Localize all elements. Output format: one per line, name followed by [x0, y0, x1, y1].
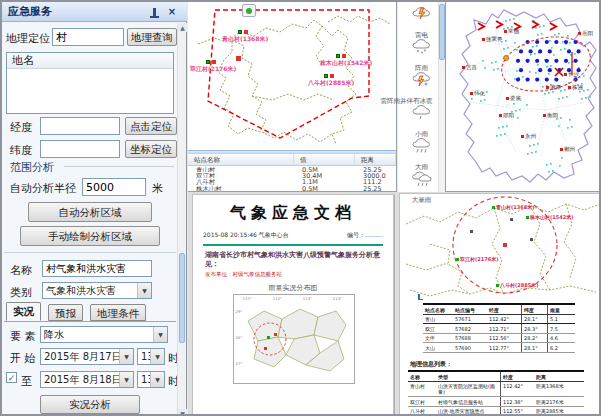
chevron-down-icon[interactable]: ▼	[153, 327, 167, 342]
city-label: 郴州	[560, 146, 575, 153]
geolocate-label: 地理定位	[6, 31, 50, 46]
doc-paragraph: 湖南省长沙市村气象和洪水灾害八级预警气象服务分析意见：	[205, 251, 383, 269]
factor-label: 要 素	[10, 329, 36, 344]
table-row: 文坪57688112.56°28.2°4.6	[423, 334, 575, 344]
city-label: 邵阳	[499, 112, 514, 119]
station-layer: 青山村(1368米)双江村(2176米)八斗村(2885米)株木山村(1542米…	[188, 2, 397, 150]
station-table[interactable]: 站点名称值距离青山村0.5M25.25双江村30.4M3000.0八斗村1.1M…	[188, 154, 396, 192]
station-icon	[526, 216, 529, 219]
end-hour-select[interactable]: 13 ▼	[137, 371, 165, 388]
city-dot-icon	[578, 32, 581, 35]
start-hour-select[interactable]: 13 ▼	[137, 348, 165, 365]
table-row: 大山57690112.77°28.1°6.2	[423, 343, 575, 353]
light-rain-icon	[410, 103, 433, 121]
document-title: 气象应急文档	[193, 203, 393, 224]
close-icon[interactable]: ×	[166, 6, 178, 18]
name-label: 名称	[10, 263, 32, 278]
chevron-down-icon[interactable]: ▼	[119, 349, 133, 364]
manual-region-button[interactable]: 手动绘制分析区域	[20, 226, 160, 246]
scrollbar-thumb[interactable]	[439, 4, 445, 60]
station-label: 八斗村(2885米)	[496, 282, 539, 288]
tab-forecast[interactable]: 预报	[48, 304, 83, 321]
chevron-down-icon[interactable]: ▼	[137, 283, 151, 298]
table-header: 站点名称站点编号经度纬度雨量	[423, 305, 575, 315]
factor-select[interactable]: 降水 ▼	[40, 326, 168, 343]
place-list-header: 地名	[7, 53, 173, 69]
chevron-down-icon[interactable]: ▼	[150, 372, 164, 387]
panel-scrollbar[interactable]: ▲ ▼	[177, 23, 186, 416]
weather-symbol-list[interactable]: 雷电阵雨雷阵雨并伴有冰雹小雨大雨大暴雨	[398, 2, 446, 192]
end-label: 至	[21, 374, 32, 389]
station-icon	[238, 30, 242, 34]
start-date-select[interactable]: 2015年 8月17日 ▼	[40, 348, 134, 365]
tab-live[interactable]: 实况	[6, 302, 41, 321]
city-dot-icon	[560, 148, 563, 151]
city-dot-icon	[499, 114, 502, 117]
city-label: 怀化	[470, 90, 485, 97]
scroll-up-icon[interactable]: ▲	[178, 23, 187, 32]
station-info-table: 站点名称站点编号经度纬度雨量青山57671112.42°28.1°5.1双江57…	[423, 303, 575, 353]
shower-icon	[410, 37, 433, 55]
city-dot-icon	[504, 30, 507, 33]
anchor-icon	[418, 294, 423, 300]
geolocate-input[interactable]	[52, 28, 124, 46]
tab-geo-condition[interactable]: 地理条件	[90, 304, 146, 321]
scrollbar-thumb[interactable]	[179, 253, 185, 343]
coord-locate-button[interactable]: 坐标定位	[125, 140, 177, 158]
province-map[interactable]: 张家界吉首怀化常德岳阳长沙湘潭株洲娄底邵阳衡阳永州郴州	[446, 2, 601, 192]
emergency-service-panel: 应急服务 × 地理定位 地理查询 地名 经度 点击定位 纬度 坐标定位 范围分析…	[2, 2, 187, 416]
document-page-1[interactable]: 气象应急文档 2015-08 20:15:46 气象中心台 编号：……… 湖南省…	[192, 194, 394, 416]
analysis-map[interactable]: 青山村(1368米)双江村(2176米)八斗村(2885米)株木山村(1542米…	[188, 2, 397, 192]
city-dot-icon	[482, 38, 485, 41]
range-group-label: 范围分析	[10, 160, 54, 175]
city-label-layer: 张家界吉首怀化常德岳阳长沙湘潭株洲娄底邵阳衡阳永州郴州	[446, 2, 601, 192]
table-row: 八斗村山洪·地质灾害隐患点112.55°距离2885米	[408, 407, 584, 416]
run-analysis-button[interactable]: 实况分析	[40, 395, 140, 414]
click-locate-button[interactable]: 点击定位	[125, 117, 177, 135]
alert-icon	[330, 74, 334, 78]
place-list[interactable]: 地名	[6, 52, 174, 114]
auto-region-button[interactable]: 自动分析区域	[28, 202, 152, 222]
table-row[interactable]: 株木山村0.5M25.25	[188, 185, 396, 191]
doc2-station-layer: 青山村(1368米)株木山村(1542米)双江村(2176米)八斗村(2885米…	[400, 194, 601, 302]
city-dot-icon	[546, 86, 549, 89]
city-label: 常德	[504, 28, 519, 35]
city-label: 岳阳	[578, 30, 593, 37]
latitude-input[interactable]	[40, 140, 120, 158]
name-input[interactable]	[42, 260, 152, 277]
doc-number: 编号：………	[347, 231, 383, 240]
city-label: 株洲	[568, 84, 583, 91]
station-label: 双江村(2176米)	[456, 256, 499, 262]
radius-input[interactable]	[82, 178, 146, 196]
app-window: 应急服务 × 地理定位 地理查询 地名 经度 点击定位 纬度 坐标定位 范围分析…	[0, 0, 601, 416]
station-icon	[206, 60, 210, 64]
chevron-down-icon[interactable]: ▼	[119, 372, 133, 387]
station-icon	[492, 206, 495, 209]
alert-icon	[342, 54, 346, 58]
city-dot-icon	[470, 92, 473, 95]
category-select[interactable]: 气象和洪水灾害 ▼	[42, 282, 152, 299]
alert-icon	[212, 60, 216, 64]
geo-info-note: 地理信息列表：	[410, 360, 452, 369]
scroll-down-icon[interactable]: ▼	[178, 409, 187, 416]
table-row: 青山57671112.42°28.1°5.1	[423, 315, 575, 325]
rainfall-figure: 111° 112° 113° 114° 29° 28° 27°	[233, 294, 355, 384]
end-date-select[interactable]: 2015年 8月18日 ▼	[40, 371, 134, 388]
pin-icon[interactable]	[148, 6, 160, 18]
chevron-down-icon[interactable]: ▼	[150, 349, 164, 364]
end-time-checkbox[interactable]: ✓	[6, 372, 17, 383]
category-label: 类别	[10, 285, 32, 300]
station-icon	[496, 284, 499, 287]
geo-info-table: 名称类型经度距离青山村山洪灾害防治区监测站(雨量)112.42°距离1368米双…	[408, 370, 584, 416]
start-label: 开 始	[10, 351, 36, 366]
document-page-2[interactable]: 青山村(1368米)株木山村(1542米)双江村(2176米)八斗村(2885米…	[399, 193, 601, 416]
city-dot-icon	[543, 114, 546, 117]
station-label: 株木山村(1542米)	[320, 59, 372, 68]
city-label: 吉首	[462, 64, 477, 71]
weather-scrollbar[interactable]	[438, 2, 445, 192]
geo-query-button[interactable]: 地理查询	[127, 28, 177, 46]
longitude-input[interactable]	[40, 117, 120, 135]
city-label: 娄底	[506, 95, 521, 102]
table-row: 双江57682112.71°28.3°7.5	[423, 324, 575, 334]
station-icon	[324, 74, 328, 78]
